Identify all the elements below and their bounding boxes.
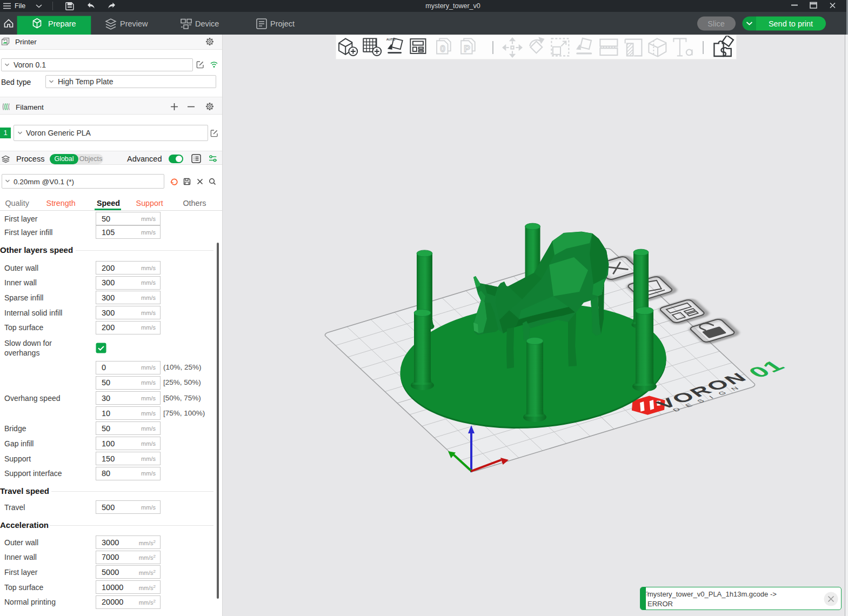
svg-text:Preview: Preview — [120, 19, 148, 28]
svg-text:0: 0 — [440, 43, 445, 54]
svg-text:Prepare: Prepare — [48, 19, 76, 28]
svg-text:Device: Device — [195, 19, 219, 28]
svg-text:Send to print: Send to print — [769, 19, 813, 28]
svg-text:mystery_tower_v0: mystery_tower_v0 — [425, 2, 480, 10]
svg-text:P: P — [464, 43, 470, 54]
svg-text:Slice: Slice — [707, 19, 724, 28]
svg-text:File: File — [15, 2, 25, 10]
svg-text:Project: Project — [270, 19, 295, 28]
